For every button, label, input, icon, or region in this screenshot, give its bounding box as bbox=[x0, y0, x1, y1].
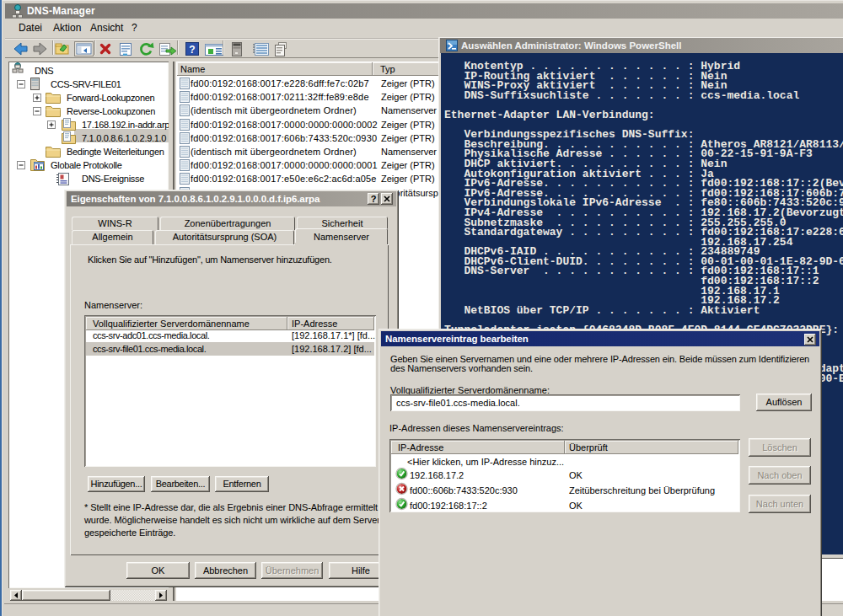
svg-text:?: ? bbox=[189, 44, 195, 56]
